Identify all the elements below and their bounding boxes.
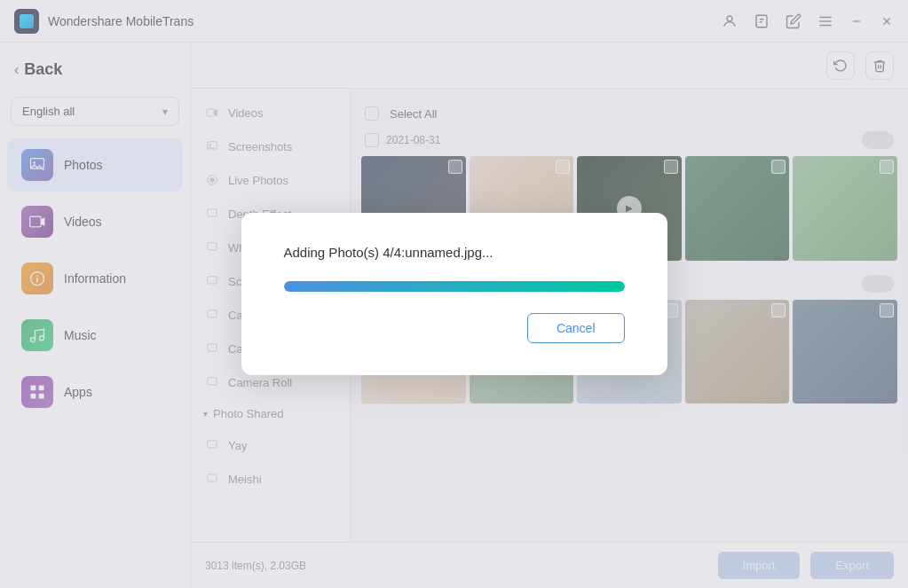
modal-actions: Cancel [284,313,625,343]
progress-bar-track [284,281,625,292]
modal-overlay: Adding Photo(s) 4/4:unnamed.jpg... Cance… [0,0,908,588]
modal-message: Adding Photo(s) 4/4:unnamed.jpg... [284,245,625,260]
progress-bar-fill [284,281,625,292]
modal-dialog: Adding Photo(s) 4/4:unnamed.jpg... Cance… [241,213,667,375]
cancel-button[interactable]: Cancel [527,313,625,343]
